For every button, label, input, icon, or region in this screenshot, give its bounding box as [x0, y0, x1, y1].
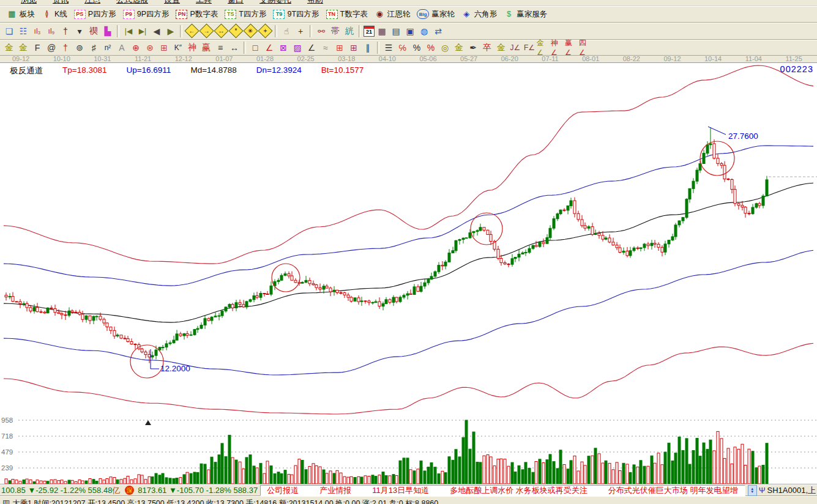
- toolbar-button-gann-wheel[interactable]: ◉江恩轮: [373, 9, 414, 20]
- toolbar-button-sectors[interactable]: ▦板块: [5, 9, 39, 20]
- color-histogram-icon[interactable]: ▙: [101, 25, 114, 37]
- shen-angle-icon[interactable]: 神∠: [551, 42, 564, 54]
- ribbon-icon[interactable]: 帯: [329, 25, 342, 37]
- menu-item-4[interactable]: 设置: [164, 0, 180, 6]
- fan-lines-icon[interactable]: ∠: [263, 42, 276, 54]
- xbox-purple-icon[interactable]: ⊠: [277, 42, 290, 54]
- bars-9-icon[interactable]: ıl₉: [45, 25, 58, 37]
- news-item-4[interactable]: 分布式光伏催巨大市场 明年发电望增: [608, 485, 738, 496]
- si-angle-icon[interactable]: 四∠: [579, 42, 592, 54]
- ying-tool-icon[interactable]: 赢: [200, 42, 213, 54]
- crosshair-icon[interactable]: +: [294, 25, 307, 37]
- toolbar-button-t-square[interactable]: TST四方形: [223, 9, 270, 20]
- gold-line-2-icon[interactable]: 金: [17, 42, 30, 54]
- calendar-21-icon[interactable]: 21: [364, 26, 375, 37]
- menu-item-3[interactable]: 公式选股: [116, 0, 148, 6]
- ying-angle-icon[interactable]: 赢∠: [565, 42, 578, 54]
- windows-icon[interactable]: ❏: [2, 25, 16, 37]
- chart-area[interactable]: 95871847923927.760012.2000 极反通道 Tp=18.30…: [0, 63, 817, 484]
- news-item-3[interactable]: 多地酝酿上调水价 水务板块或再受关注: [450, 485, 588, 496]
- gold-bars-icon[interactable]: 金: [452, 42, 466, 54]
- percent-lines-icon[interactable]: %: [424, 42, 438, 54]
- next-icon[interactable]: ▶: [164, 25, 177, 37]
- pick-tool-icon[interactable]: †: [59, 42, 72, 54]
- news-item-1[interactable]: 产业情报: [319, 485, 351, 496]
- menu-item-2[interactable]: 江恩: [84, 0, 100, 6]
- menu-item-6[interactable]: 窗口: [228, 0, 244, 6]
- toolbar-button-winner-wheel[interactable]: Big赢家轮: [415, 9, 458, 20]
- crosshair-circle-icon[interactable]: ⊕: [129, 42, 143, 54]
- percent-icon[interactable]: %: [410, 42, 423, 54]
- j-angle-icon[interactable]: J∠: [509, 42, 522, 54]
- candle-icon[interactable]: †: [59, 25, 72, 37]
- angle-icon[interactable]: ∠: [305, 42, 318, 54]
- mirror-a-icon[interactable]: A: [115, 42, 129, 54]
- gann-fan-f-icon[interactable]: F: [31, 42, 44, 54]
- first-page-icon[interactable]: |◀: [122, 25, 135, 37]
- select-box-icon[interactable]: □: [248, 42, 262, 54]
- notebook-icon[interactable]: ▤: [389, 25, 403, 37]
- bars-3-icon[interactable]: ıl₃: [31, 25, 44, 37]
- grid-box-icon[interactable]: ⊞: [157, 42, 171, 54]
- gold-circle-icon[interactable]: ◎: [438, 42, 452, 54]
- hand-icon[interactable]: ☝: [280, 25, 293, 37]
- web-icon[interactable]: ◍: [417, 25, 431, 37]
- measure-line-icon[interactable]: ⚯: [315, 25, 328, 37]
- toolbar-button-p-number-table[interactable]: PNP数字表: [174, 9, 222, 20]
- toolbar-button-kline[interactable]: ≬K线: [40, 9, 71, 20]
- gold-angle-base-icon[interactable]: 金: [494, 42, 508, 54]
- n-squared-icon[interactable]: n²: [101, 42, 114, 54]
- menu-item-8[interactable]: 帮助: [307, 0, 323, 6]
- knot-icon[interactable]: 絖: [343, 25, 356, 37]
- step-bars-icon[interactable]: ☰: [382, 42, 395, 54]
- diamond-right-icon[interactable]: →: [199, 23, 214, 38]
- toolbar-button-9t-square[interactable]: T99T四方形: [271, 9, 323, 20]
- save-icon[interactable]: ▣: [403, 25, 417, 37]
- hrange-icon[interactable]: ↔: [228, 42, 241, 54]
- spiral-icon[interactable]: @: [45, 42, 58, 54]
- price-volume-chart[interactable]: 95871847923927.760012.2000: [0, 63, 817, 484]
- comb-icon[interactable]: ♯: [87, 42, 100, 54]
- calculator-icon[interactable]: ▦: [375, 25, 389, 37]
- menu-item-7[interactable]: 交易委托: [259, 0, 291, 6]
- diamond-move-icon[interactable]: +: [258, 23, 272, 38]
- news-item-2[interactable]: 11月13日早知道: [372, 485, 429, 496]
- toolbar-button-hexagon[interactable]: ◈六角形: [460, 9, 501, 20]
- last-page-icon[interactable]: ▶|: [136, 25, 149, 37]
- news-item-0[interactable]: 公司报道: [267, 485, 299, 496]
- ruler-icon[interactable]: ≡: [214, 42, 227, 54]
- wave-icon[interactable]: ≈: [319, 42, 332, 54]
- percent-slash-icon[interactable]: ℅: [396, 42, 409, 54]
- ink-brush-icon[interactable]: ✒: [466, 42, 480, 54]
- hatch-box-icon[interactable]: ▨: [291, 42, 304, 54]
- grid-red-1-icon[interactable]: ⊞: [333, 42, 346, 54]
- toolbar-button-t-number-table[interactable]: TNT数字表: [324, 9, 371, 20]
- menu-item-0[interactable]: 浏览: [21, 0, 37, 6]
- diamond-hmove-icon[interactable]: ↔: [214, 23, 228, 38]
- toolbar-button-9p-square[interactable]: P99P四方形: [121, 9, 173, 20]
- pattern-char-icon[interactable]: 禊: [87, 25, 100, 37]
- parallel-lines-icon[interactable]: ∥: [361, 42, 375, 54]
- gold-angle-icon[interactable]: 金∠: [537, 42, 550, 54]
- info-list-icon[interactable]: ☷: [17, 25, 30, 37]
- prev-icon[interactable]: ◀: [150, 25, 163, 37]
- news-ticker[interactable]: 公司报道产业情报11月13日早知道多地酝酿上调水价 水务板块或再受关注分布式光伏…: [260, 485, 745, 496]
- menu-item-5[interactable]: 工具: [196, 0, 212, 6]
- diamond-left-icon[interactable]: ←: [184, 23, 199, 38]
- diamond-compress-icon[interactable]: *: [228, 23, 243, 38]
- shen-tool-icon[interactable]: 神: [185, 42, 199, 54]
- toolbar-button-p-square[interactable]: PSP四方形: [72, 9, 120, 20]
- dropdown-icon[interactable]: ▾: [73, 25, 86, 37]
- grid-red-2-icon[interactable]: ⊞: [347, 42, 360, 54]
- star-circle-icon[interactable]: ⊛: [143, 42, 157, 54]
- toolbar-button-winner-service[interactable]: $赢家服务: [502, 9, 551, 20]
- f-angle-icon[interactable]: F∠: [523, 42, 536, 54]
- k-second-icon[interactable]: K″: [171, 42, 185, 54]
- menu-item-1[interactable]: 资讯: [53, 0, 69, 6]
- sync-icon[interactable]: ⇄: [431, 25, 445, 37]
- zu-tool-icon[interactable]: 卒: [480, 42, 494, 54]
- spinner-control[interactable]: ▲▼: [748, 485, 757, 496]
- compass-icon[interactable]: ⊚: [73, 42, 86, 54]
- diamond-expand-icon[interactable]: ✳: [243, 23, 258, 38]
- gold-line-1-icon[interactable]: 金: [2, 42, 16, 54]
